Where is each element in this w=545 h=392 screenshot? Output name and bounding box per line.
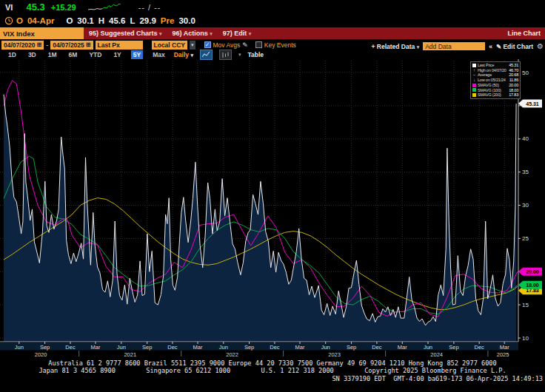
period-button-1d[interactable]: 1D: [6, 50, 19, 59]
legend-row: SMAVG (100)18.00: [472, 88, 518, 93]
svg-text:40: 40: [522, 135, 529, 142]
footer-phones-1: Australia 61 2 9777 8600 Brazil 5511 239…: [0, 359, 545, 367]
currency-select[interactable]: Local CCY: [152, 41, 188, 50]
date-from-input[interactable]: 04/07/2020⊞: [1, 41, 44, 50]
currency-dropdown-arrow[interactable]: ▾: [190, 41, 195, 50]
period-toolbar: 1D3D1M6MYTD1Y5YMax Daily ▾ ▾ Table: [0, 50, 545, 60]
svg-text:45.31: 45.31: [526, 101, 539, 107]
svg-text:Mar: Mar: [500, 344, 509, 351]
table-button[interactable]: Table: [247, 51, 264, 58]
open-flag: O: [16, 16, 23, 25]
intraday-sparkline: [87, 2, 122, 13]
ticker-symbol: VI: [5, 3, 13, 12]
quote-row-2: O 04-Apr O 30.1 H 45.6 L 29.9 Pre 30.0: [0, 14, 545, 27]
collapse-panel-icon[interactable]: «: [489, 43, 492, 50]
menu-bar: VIX Index 95) Suggested Charts ▾96) Acti…: [0, 27, 545, 39]
edit-chart-button[interactable]: ✎ Edit Chart: [496, 43, 533, 50]
period-button-3d[interactable]: 3D: [26, 50, 39, 59]
menu-item[interactable]: 97) Edit ▾: [223, 30, 252, 37]
svg-text:Sep: Sep: [449, 344, 458, 351]
date-to-input[interactable]: 04/07/2025⊞: [50, 41, 93, 50]
menu-items: 95) Suggested Charts ▾96) Actions ▾97) E…: [89, 30, 251, 37]
svg-text:Jun: Jun: [321, 344, 330, 351]
high-label: H: [98, 16, 104, 25]
date-range-dash: -: [46, 41, 48, 49]
menu-item[interactable]: 96) Actions ▾: [173, 30, 213, 37]
open-value: 30.1: [77, 16, 93, 25]
delayed-clock-icon: [4, 16, 13, 25]
legend-row: Last Price45.31: [472, 63, 518, 68]
frequency-select[interactable]: Daily ▾: [174, 51, 193, 58]
calendar-icon[interactable]: ⊞: [37, 41, 42, 48]
mov-avgs-label[interactable]: Mov Avgs: [213, 41, 241, 49]
svg-text:2023: 2023: [328, 351, 341, 357]
last-price: 45.3: [26, 1, 44, 13]
svg-text:2024: 2024: [430, 351, 443, 357]
legend-row: SMAVG (200)17.83: [472, 92, 518, 98]
svg-text:Dec: Dec: [167, 344, 178, 351]
legend-row: ↑High on 04/07/2046.70: [472, 68, 518, 73]
chart-type-dropdown-arrow[interactable]: ▾: [238, 52, 241, 58]
period-button-5y[interactable]: 5Y: [131, 50, 143, 59]
svg-text:Dec: Dec: [65, 344, 76, 351]
svg-text:50: 50: [522, 70, 529, 76]
bar-chart-type-button[interactable]: [219, 50, 232, 60]
price-chart[interactable]: 10152530354050JunSepDecMarJunSepDecMarJu…: [0, 59, 545, 356]
low-label: L: [130, 16, 135, 25]
session-date: 04-Apr: [27, 16, 54, 25]
chart-settings-gear-icon[interactable]: ⚙: [537, 42, 544, 50]
legend-row: ↓Low on 05/21/2411.86: [472, 78, 518, 83]
screen-title: Line Chart: [507, 30, 541, 37]
svg-text:Jun: Jun: [117, 344, 126, 351]
footer-session-info: SN 3379190 EDT GMT-4:00 ba619-173 06-Apr…: [0, 375, 545, 382]
svg-text:Sep: Sep: [40, 344, 50, 351]
price-type-select[interactable]: Last Px: [96, 41, 143, 50]
low-value: 29.9: [139, 16, 156, 25]
security-field[interactable]: VIX Index: [0, 27, 84, 39]
key-events-label[interactable]: Key Events: [264, 41, 296, 49]
legend-row: SMAVG (50)20.00: [472, 83, 518, 88]
svg-text:20.00: 20.00: [526, 269, 539, 274]
svg-text:25: 25: [522, 235, 529, 242]
edit-mov-avgs-pencil-icon[interactable]: ✎: [242, 41, 248, 49]
menu-item[interactable]: 95) Suggested Charts ▾: [89, 30, 162, 37]
calendar-icon[interactable]: ⊞: [86, 41, 91, 48]
legend-row: −Average20.68: [472, 72, 518, 78]
period-button-6m[interactable]: 6M: [67, 50, 80, 59]
period-button-ytd[interactable]: YTD: [87, 50, 104, 59]
chart-plot-area[interactable]: 10152530354050JunSepDecMarJunSepDecMarJu…: [0, 59, 545, 356]
chart-tools: + Related Data ▾ « ✎ Edit Chart ⚙: [371, 41, 544, 51]
mov-avgs-checkbox[interactable]: ✓: [204, 41, 211, 48]
svg-text:Dec: Dec: [475, 344, 485, 351]
svg-text:10: 10: [522, 335, 529, 342]
pre-label: Pre: [161, 16, 175, 25]
svg-text:Jun: Jun: [424, 344, 432, 351]
svg-text:Mar: Mar: [91, 344, 101, 351]
svg-text:Jun: Jun: [15, 344, 24, 351]
period-buttons: 1D3D1M6MYTD1Y5YMax: [6, 50, 167, 59]
related-data-button[interactable]: + Related Data ▾: [371, 43, 419, 50]
line-chart-type-button[interactable]: [200, 50, 213, 60]
svg-text:Mar: Mar: [193, 344, 203, 351]
key-events-checkbox[interactable]: [255, 41, 262, 48]
terminal-footer: Australia 61 2 9777 8600 Brazil 5511 239…: [0, 359, 545, 382]
svg-text:Mar: Mar: [398, 344, 407, 351]
svg-text:Sep: Sep: [142, 344, 152, 351]
quote-row-1: VI 45.3 +15.29 -- / --: [0, 0, 545, 14]
svg-text:Sep: Sep: [347, 344, 356, 351]
bid-ask-na: -- / --: [138, 3, 161, 12]
svg-text:Dec: Dec: [270, 344, 280, 351]
period-button-max[interactable]: Max: [150, 50, 167, 59]
svg-text:35: 35: [522, 169, 529, 175]
add-data-input[interactable]: [423, 42, 485, 50]
svg-text:30: 30: [522, 202, 529, 209]
svg-text:2021: 2021: [124, 351, 136, 357]
footer-phones-2: Japan 81 3 4565 8900 Singapore 65 6212 1…: [0, 367, 545, 374]
period-button-1y[interactable]: 1Y: [111, 50, 123, 59]
period-button-1m[interactable]: 1M: [46, 50, 59, 59]
open-label: O: [66, 16, 73, 25]
svg-text:2020: 2020: [35, 351, 47, 357]
price-change: +15.29: [51, 3, 76, 12]
pre-value: 30.0: [178, 16, 195, 25]
svg-text:Jun: Jun: [219, 344, 228, 351]
